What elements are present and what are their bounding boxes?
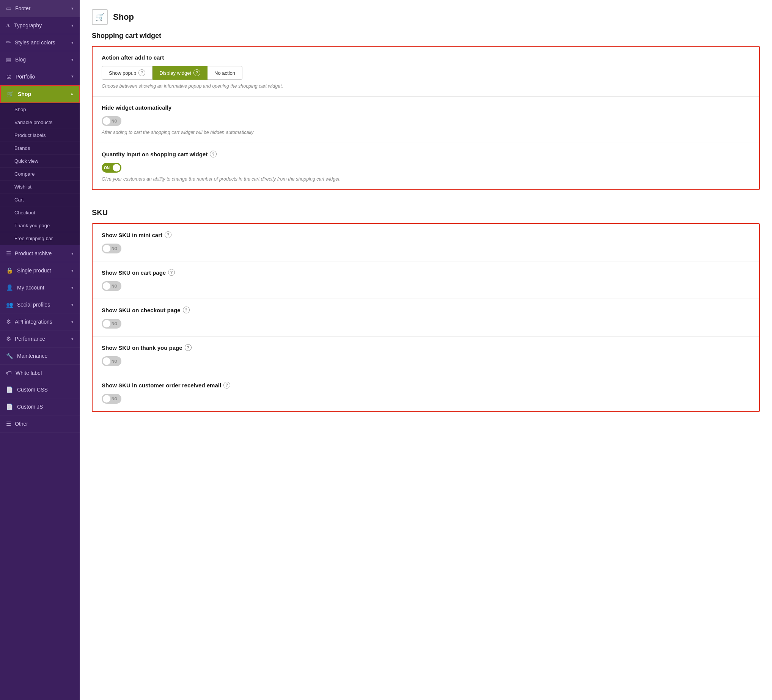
- chevron-api-integrations-icon: ▾: [71, 319, 74, 324]
- submenu-item-thank-you[interactable]: Thank you page: [0, 219, 80, 232]
- submenu-item-quick-view[interactable]: Quick view: [0, 155, 80, 168]
- portfolio-icon: 🗂: [6, 73, 12, 80]
- sku-checkout-help-icon[interactable]: ?: [183, 307, 190, 313]
- my-account-icon: 👤: [6, 284, 13, 291]
- quantity-input-toggle[interactable]: ON: [101, 163, 121, 173]
- sidebar-item-other[interactable]: ☰ Other: [0, 415, 80, 432]
- submenu-item-shop[interactable]: Shop: [0, 103, 80, 116]
- sidebar-label-footer: Footer: [15, 5, 30, 11]
- action-after-add-desc: Choose between showing an informative po…: [101, 83, 750, 89]
- sidebar-item-maintenance[interactable]: 🔧 Maintenance: [0, 348, 80, 365]
- styles-icon: ✏: [6, 39, 11, 46]
- sidebar-label-single-product: Single product: [17, 268, 51, 273]
- sku-checkout-toggle[interactable]: NO: [101, 319, 121, 329]
- sku-email-help-icon[interactable]: ?: [224, 382, 230, 389]
- sku-mini-cart-no: NO: [111, 247, 117, 251]
- sku-thank-you-no: NO: [111, 359, 117, 363]
- section-title: Shopping cart widget: [92, 32, 760, 40]
- sku-mini-cart-section: Show SKU in mini cart ? NO: [93, 224, 759, 262]
- other-icon: ☰: [6, 420, 11, 427]
- hide-widget-label: Hide widget automatically: [101, 104, 750, 111]
- quantity-input-on-label: ON: [104, 166, 110, 170]
- sidebar-item-portfolio[interactable]: 🗂 Portfolio ▾: [0, 68, 80, 85]
- sku-card: Show SKU in mini cart ? NO Show SKU on c…: [92, 223, 760, 412]
- sku-checkout-knob: [103, 320, 110, 327]
- submenu-item-compare[interactable]: Compare: [0, 168, 80, 181]
- hide-widget-toggle-knob: [103, 117, 110, 125]
- sku-thank-you-section: Show SKU on thank you page ? NO: [93, 337, 759, 374]
- sku-cart-page-section: Show SKU on cart page ? NO: [93, 262, 759, 299]
- sidebar-item-performance[interactable]: ⚙ Performance ▾: [0, 330, 80, 348]
- no-action-button[interactable]: No action: [208, 66, 242, 80]
- hide-widget-section: Hide widget automatically NO After addin…: [93, 97, 759, 143]
- hide-widget-toggle-row: NO: [101, 116, 750, 126]
- sidebar-label-maintenance: Maintenance: [17, 353, 47, 359]
- custom-js-icon: 📄: [6, 403, 13, 410]
- sku-cart-page-toggle[interactable]: NO: [101, 281, 121, 291]
- sku-cart-page-toggle-row: NO: [101, 281, 750, 291]
- sku-mini-cart-toggle[interactable]: NO: [101, 244, 121, 254]
- sidebar-item-typography[interactable]: 𝐀 Typography ▾: [0, 17, 80, 34]
- hide-widget-toggle[interactable]: NO: [101, 116, 121, 126]
- sku-thank-you-toggle[interactable]: NO: [101, 356, 121, 366]
- sku-cart-page-help-icon[interactable]: ?: [168, 269, 175, 276]
- sku-mini-cart-label: Show SKU in mini cart ?: [101, 231, 750, 238]
- submenu-item-cart[interactable]: Cart: [0, 193, 80, 206]
- social-profiles-icon: 👥: [6, 301, 13, 308]
- sidebar-item-footer[interactable]: ▭ Footer ▾: [0, 0, 80, 17]
- submenu-item-brands[interactable]: Brands: [0, 142, 80, 155]
- sku-thank-you-knob: [103, 357, 110, 365]
- main-content: 🛒 Shop Shopping cart widget Action after…: [80, 0, 772, 700]
- page-title: Shop: [113, 12, 134, 22]
- show-popup-button[interactable]: Show popup ?: [101, 66, 152, 80]
- sku-title: SKU: [92, 199, 760, 223]
- display-widget-button[interactable]: Display widget ?: [152, 66, 208, 80]
- submenu-item-wishlist[interactable]: Wishlist: [0, 181, 80, 193]
- hide-widget-desc: After adding to cart the shopping cart w…: [101, 130, 750, 135]
- sku-mini-cart-knob: [103, 245, 110, 252]
- sku-cart-page-knob: [103, 282, 110, 290]
- sidebar-item-styles-colors[interactable]: ✏ Styles and colors ▾: [0, 34, 80, 51]
- submenu-item-free-shipping[interactable]: Free shipping bar: [0, 232, 80, 245]
- chevron-shop-icon: ▾: [70, 92, 73, 97]
- sidebar-item-shop[interactable]: 🛒 Shop ▾: [0, 85, 80, 103]
- settings-card: Action after add to cart Show popup ? Di…: [92, 46, 760, 190]
- sidebar-item-custom-js[interactable]: 📄 Custom JS: [0, 398, 80, 415]
- chevron-my-account-icon: ▾: [71, 285, 74, 290]
- chevron-blog-icon: ▾: [71, 57, 74, 62]
- chevron-social-profiles-icon: ▾: [71, 303, 74, 307]
- sidebar-item-my-account[interactable]: 👤 My account ▾: [0, 279, 80, 296]
- sidebar-item-product-archive[interactable]: ☰ Product archive ▾: [0, 245, 80, 262]
- display-widget-help-icon[interactable]: ?: [193, 69, 200, 76]
- submenu-item-variable-products[interactable]: Variable products: [0, 116, 80, 129]
- sidebar-item-blog[interactable]: ▤ Blog ▾: [0, 51, 80, 68]
- quantity-input-toggle-row: ON: [101, 163, 750, 173]
- sidebar-label-typography: Typography: [14, 22, 42, 28]
- sku-email-no: NO: [111, 397, 117, 401]
- sidebar-item-api-integrations[interactable]: ⚙ API integrations ▾: [0, 313, 80, 330]
- submenu-item-checkout[interactable]: Checkout: [0, 206, 80, 219]
- sidebar-label-shop: Shop: [18, 91, 31, 97]
- sidebar-item-social-profiles[interactable]: 👥 Social profiles ▾: [0, 296, 80, 313]
- chevron-styles-icon: ▾: [71, 40, 74, 45]
- sidebar-label-performance: Performance: [15, 336, 45, 342]
- sidebar-item-white-label[interactable]: 🏷 White label: [0, 365, 80, 381]
- sidebar-label-other: Other: [15, 421, 28, 427]
- sku-mini-cart-help-icon[interactable]: ?: [165, 231, 172, 238]
- sidebar-item-single-product[interactable]: 🔒 Single product ▾: [0, 262, 80, 279]
- page-header-icon: 🛒: [92, 9, 108, 25]
- sku-thank-you-help-icon[interactable]: ?: [185, 344, 191, 351]
- quantity-input-section: Quantity input on shopping cart widget ?…: [93, 143, 759, 189]
- chevron-product-archive-icon: ▾: [71, 251, 74, 256]
- submenu-item-product-labels[interactable]: Product labels: [0, 129, 80, 142]
- show-popup-help-icon[interactable]: ?: [139, 69, 145, 76]
- sku-thank-you-label: Show SKU on thank you page ?: [101, 344, 750, 351]
- sidebar-label-blog: Blog: [15, 57, 26, 62]
- sku-cart-page-label: Show SKU on cart page ?: [101, 269, 750, 276]
- quantity-input-help-icon[interactable]: ?: [210, 150, 217, 157]
- sku-email-toggle[interactable]: NO: [101, 394, 121, 404]
- custom-css-icon: 📄: [6, 386, 13, 393]
- product-archive-icon: ☰: [6, 250, 11, 257]
- sidebar-label-api-integrations: API integrations: [15, 319, 52, 325]
- sidebar-item-custom-css[interactable]: 📄 Custom CSS: [0, 381, 80, 398]
